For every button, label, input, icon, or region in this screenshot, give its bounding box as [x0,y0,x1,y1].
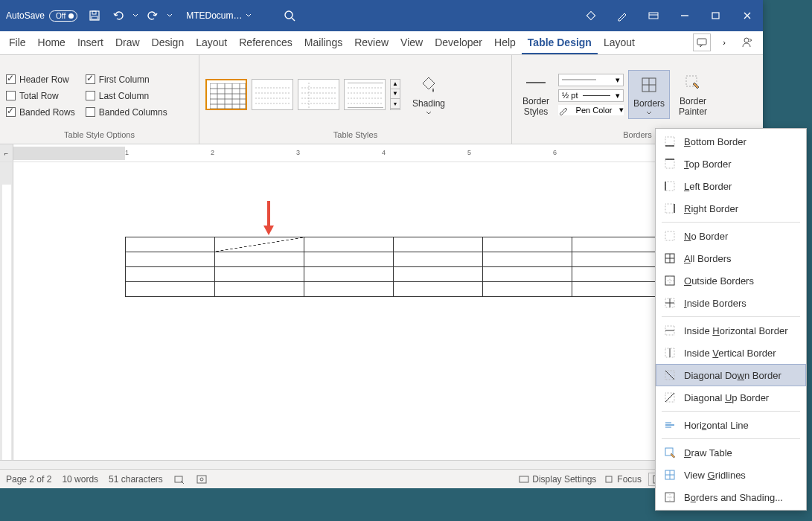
menu-item-borders-shading[interactable]: Borders and Shading... [656,486,806,508]
tab-view[interactable]: View [394,32,429,54]
undo-dropdown-icon[interactable] [131,4,140,27]
ribbon: Header RowTotal RowBanded Rows First Col… [0,55,763,144]
menu-item-horizontal-line[interactable]: Horizontal Line [656,414,806,436]
border-diag-up-icon [663,391,677,404]
menu-item-border-inside[interactable]: Inside Borders [656,292,806,314]
diamond-icon[interactable] [575,4,607,27]
line-style-dropdown[interactable]: ▾ [558,74,624,86]
search-icon[interactable] [278,4,301,27]
doc-title[interactable]: MTEDocum… [186,10,251,21]
comments-icon[interactable] [693,33,711,51]
group-label: Table Style Options [6,129,193,142]
document-page[interactable] [13,162,763,460]
svg-point-47 [200,478,203,481]
save-icon[interactable] [83,4,106,27]
menu-item-border-right[interactable]: Right Border [656,197,806,220]
style-thumb-2[interactable] [252,79,293,110]
line-weight-dropdown[interactable]: ½ pt▾ [558,89,624,102]
content-table[interactable] [125,237,662,297]
table-styles-gallery[interactable]: ▲▼▾ [205,79,400,110]
draw-table-icon [663,446,677,459]
svg-line-85 [665,393,674,402]
horizontal-ruler[interactable]: ⌐ 123456 [0,144,763,162]
checkbox-banded-rows[interactable]: Banded Rows [6,107,75,118]
menu-item-border-all[interactable]: All Borders [656,247,806,269]
menu-item-border-inside-h[interactable]: Inside Horizontal Border [656,319,806,342]
share-icon[interactable] [738,33,755,51]
chevron-down-icon [426,111,432,115]
qat-customize-icon[interactable] [165,4,174,27]
tab-developer[interactable]: Developer [429,32,488,54]
close-icon[interactable] [732,4,763,27]
menu-item-draw-table[interactable]: Draw Table [656,441,806,464]
horizontal-scrollbar[interactable] [0,460,763,469]
svg-rect-5 [586,11,595,19]
borders-icon [638,74,660,96]
checkbox-first-column[interactable]: First Column [86,74,167,85]
checkbox-banded-columns[interactable]: Banded Columns [86,107,167,118]
menu-item-border-none[interactable]: No Border [656,225,806,247]
vertical-ruler[interactable] [0,162,13,460]
redo-icon[interactable] [141,4,164,27]
page-indicator[interactable]: Page 2 of 2 [6,474,51,485]
menu-item-border-bottom[interactable]: Bottom Border [656,130,806,153]
checkbox-total-row[interactable]: Total Row [6,91,75,101]
checkbox-icon [86,107,95,117]
ribbon-display-icon[interactable] [638,4,669,27]
style-thumb-4[interactable] [344,79,386,110]
autosave-toggle[interactable]: AutoSave Off [0,10,83,22]
accessibility-icon[interactable] [196,473,208,485]
menu-item-border-outside[interactable]: Outside Borders [656,269,806,292]
borders-dropdown-button[interactable]: Borders [628,70,670,119]
word-count[interactable]: 10 words [62,474,98,485]
shading-button[interactable]: Shading [408,71,450,118]
display-settings-button[interactable]: Display Settings [519,474,596,485]
char-count[interactable]: 51 characters [109,474,163,485]
tab-table-design[interactable]: Table Design [522,32,598,54]
menu-item-border-diag-up[interactable]: Diagonal Up Border [656,386,806,409]
menu-item-border-diag-down[interactable]: Diagonal Down Border [656,364,806,386]
minimize-icon[interactable] [669,4,700,27]
tabs-right-chevron[interactable]: › [715,33,733,51]
menu-item-view-gridlines[interactable]: View Gridlines [656,464,806,486]
border-inside-v-icon [663,346,677,359]
group-label: Table Styles [205,129,505,142]
titlebar: AutoSave Off MTEDocum… [0,0,763,31]
tab-review[interactable]: Review [348,32,394,54]
tab-file[interactable]: File [3,32,32,54]
tab-layout[interactable]: Layout [598,32,641,54]
tab-help[interactable]: Help [488,32,522,54]
chevron-down-icon [646,111,652,115]
checkbox-last-column[interactable]: Last Column [86,91,167,101]
tab-design[interactable]: Design [146,32,191,54]
svg-rect-1 [92,11,96,14]
tab-references[interactable]: References [233,32,298,54]
style-thumb-1[interactable] [205,79,247,110]
spellcheck-icon[interactable] [173,473,185,485]
border-painter-button[interactable]: Border Painter [674,68,712,120]
focus-button[interactable]: Focus [604,474,642,485]
menu-item-border-left[interactable]: Left Border [656,175,806,197]
shading-icon [418,74,440,96]
style-thumb-3[interactable] [298,79,339,110]
undo-icon[interactable] [107,4,130,27]
tab-layout[interactable]: Layout [190,32,233,54]
border-styles-button[interactable]: Border Styles [518,68,554,120]
tab-insert[interactable]: Insert [71,32,109,54]
menu-item-border-top[interactable]: Top Border [656,153,806,175]
tab-mailings[interactable]: Mailings [298,32,348,54]
gallery-more[interactable]: ▲▼▾ [390,79,400,110]
menu-item-border-inside-v[interactable]: Inside Vertical Border [656,342,806,364]
checkbox-header-row[interactable]: Header Row [6,74,75,85]
quick-access-toolbar [83,4,174,27]
statusbar: Page 2 of 2 10 words 51 characters Displ… [0,469,763,488]
chevron-down-icon [246,13,252,19]
pen-icon[interactable] [607,4,638,27]
pen-color-dropdown[interactable]: Pen Color▾ [558,105,624,115]
ruler-corner: ⌐ [0,144,13,162]
svg-rect-60 [665,137,674,146]
maximize-icon[interactable] [700,4,732,27]
tab-draw[interactable]: Draw [109,32,146,54]
tab-home[interactable]: Home [32,32,71,54]
border-left-icon [663,179,677,193]
